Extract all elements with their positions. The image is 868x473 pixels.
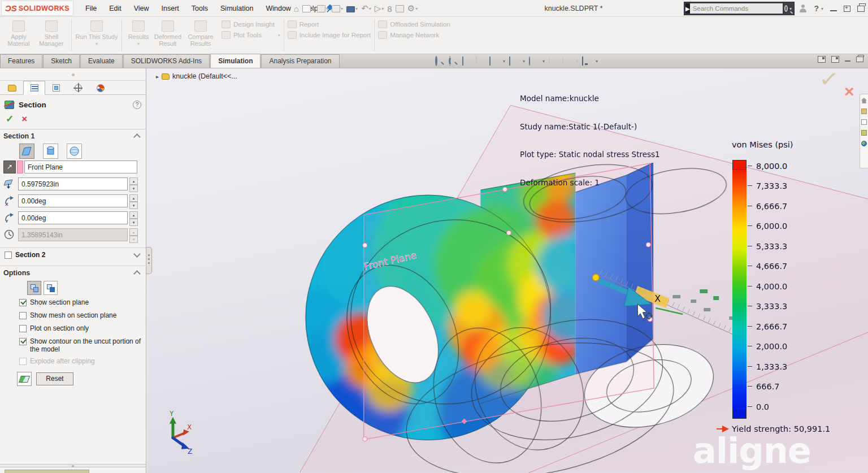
taskpane-appearances-icon[interactable] [861, 130, 867, 136]
tab-solidworks-add-ins[interactable]: SOLIDWORKS Add-Ins [123, 54, 210, 68]
taskpane-file-explorer-icon[interactable] [861, 119, 867, 125]
doc-restore-icon[interactable] [856, 57, 863, 62]
tab-features[interactable]: Features [0, 54, 42, 68]
tree-expand-icon[interactable]: ▸ [156, 73, 159, 80]
section1-collapse-icon[interactable] [134, 133, 139, 138]
tab-property-manager[interactable] [23, 81, 45, 95]
tab-evaluate[interactable]: Evaluate [80, 54, 123, 68]
run-this-study-button[interactable]: Run This Study ▾ [75, 19, 118, 46]
rotation-x-input[interactable] [18, 194, 128, 207]
panel-splitter-handle[interactable] [146, 247, 152, 274]
doc-minimize-icon[interactable] [845, 60, 850, 62]
view-settings-icon[interactable] [582, 57, 592, 66]
intersection-zone-button-2[interactable] [44, 281, 58, 295]
shell-manager-button[interactable]: Shell Manager [35, 19, 68, 47]
taskpane-design-library-icon[interactable] [861, 109, 867, 114]
plot-tools-button[interactable]: Plot Tools ▾ [222, 31, 280, 39]
view-orientation-icon[interactable] [489, 57, 499, 66]
zoom-to-area-icon[interactable] [449, 57, 458, 66]
panel-splitter-top[interactable] [0, 68, 146, 81]
checkbox-show-contour-uncut[interactable]: Show contour on the uncut portion of the… [19, 337, 141, 353]
cascade-windows-button[interactable] [857, 6, 865, 12]
tab-display-manager[interactable] [89, 81, 111, 95]
section1-group-header[interactable]: Section 1 [3, 132, 35, 140]
rotation-x-spinner[interactable]: ▴▾ [129, 194, 138, 207]
search-input[interactable] [690, 3, 783, 14]
minimize-button[interactable] [830, 10, 837, 11]
reverse-direction-icon[interactable]: ↗ [3, 160, 16, 173]
edit-appearance-icon[interactable] [549, 57, 558, 66]
rotation-y-input[interactable] [18, 211, 128, 224]
confirmation-cancel-icon[interactable]: × [844, 82, 854, 101]
reset-button[interactable]: Reset [36, 372, 73, 385]
menu-simulation[interactable]: Simulation [214, 0, 259, 17]
tab-simulation[interactable]: Simulation [210, 54, 261, 68]
help-dropdown-icon[interactable]: ▾ [821, 6, 823, 11]
flip-section-icon-button[interactable] [17, 372, 32, 386]
magnified-selection-icon[interactable] [476, 57, 485, 66]
doc-window-icon-2[interactable] [831, 56, 839, 63]
save-icon[interactable]: ▾ [331, 2, 344, 15]
apply-material-button[interactable]: Apply Material [2, 19, 35, 47]
menu-file[interactable]: File [79, 0, 103, 17]
compare-results-button[interactable]: Compare Results [184, 19, 217, 47]
offset-distance-spinner[interactable]: ▴▾ [129, 177, 138, 190]
cancel-x-icon[interactable]: × [21, 114, 27, 127]
tab-feature-manager[interactable] [1, 81, 23, 95]
deformed-result-button[interactable]: Deformed Result [151, 19, 184, 47]
apply-scene-icon[interactable] [562, 57, 572, 66]
help-circle-icon[interactable]: ? [133, 101, 141, 109]
search-icon[interactable] [784, 5, 788, 12]
print-icon[interactable]: ▾ [345, 2, 359, 15]
offset-distance-input[interactable] [18, 177, 128, 190]
search-dropdown-icon[interactable]: ▾ [789, 6, 792, 11]
graphics-area[interactable]: Front Plane X [147, 68, 868, 473]
section2-checkbox-row[interactable]: Section 2 [5, 251, 127, 259]
tab-dimxpert-manager[interactable] [67, 81, 89, 95]
ok-check-icon[interactable]: ✓ [6, 114, 14, 127]
checkbox-plot-on-section[interactable]: Plot on section only [19, 324, 141, 332]
menu-view[interactable]: View [128, 0, 155, 17]
spherical-section-button[interactable] [67, 144, 82, 159]
design-insight-button[interactable]: Design Insight [222, 20, 275, 28]
confirmation-ok-icon[interactable]: ✓ [818, 68, 840, 91]
options-group-header[interactable]: Options [3, 269, 30, 277]
checkbox-show-section-plane[interactable]: Show section plane [19, 298, 141, 306]
offloaded-simulation-button[interactable]: Offloaded Simulation [378, 20, 450, 28]
feature-tree-root[interactable]: ▸ knuckle (Default<<... [156, 72, 237, 80]
tab-sketch[interactable]: Sketch [43, 54, 80, 68]
report-button[interactable]: Report [288, 20, 319, 28]
reference-plane-input[interactable] [24, 160, 137, 173]
select-icon[interactable]: ▷▾ [374, 2, 385, 15]
section-view-icon[interactable] [462, 57, 472, 66]
menu-edit[interactable]: Edit [103, 0, 128, 17]
options-gear-icon[interactable]: ⚙▾ [406, 2, 419, 15]
checkbox-show-mesh[interactable]: Show mesh on section plane [19, 311, 141, 319]
taskpane-3dexperience-icon[interactable] [861, 141, 867, 146]
manage-network-button[interactable]: Manage Network [378, 31, 439, 39]
user-account-icon[interactable] [799, 5, 807, 12]
tab-configuration-manager[interactable] [45, 81, 67, 95]
open-icon[interactable]: ▾ [316, 2, 329, 15]
display-style-icon[interactable] [509, 57, 519, 66]
intersection-zone-button-1[interactable] [27, 281, 41, 295]
zoom-to-fit-icon[interactable] [435, 57, 445, 66]
results-button[interactable]: Results ▾ [125, 19, 151, 46]
rebuild-icon[interactable]: 8 [386, 2, 393, 15]
help-icon[interactable]: ? [814, 4, 819, 13]
maximize-button[interactable] [844, 6, 850, 12]
hide-show-items-icon[interactable] [529, 57, 539, 66]
menu-tools[interactable]: Tools [185, 0, 214, 17]
file-properties-icon[interactable] [394, 2, 405, 15]
menu-insert[interactable]: Insert [155, 0, 185, 17]
taskpane-home-icon[interactable] [861, 98, 867, 103]
menu-window[interactable]: Window [259, 0, 297, 17]
undo-icon[interactable]: ↶▾ [360, 2, 372, 15]
drag-origin-dot[interactable] [592, 274, 599, 281]
cylindrical-section-button[interactable] [43, 144, 58, 159]
section2-checkbox[interactable] [5, 251, 12, 259]
home-icon[interactable]: ⌂ [293, 2, 300, 15]
rotation-y-spinner[interactable]: ▴▾ [129, 211, 138, 224]
new-document-icon[interactable]: ▾ [301, 2, 315, 15]
planar-section-button[interactable] [19, 144, 34, 159]
